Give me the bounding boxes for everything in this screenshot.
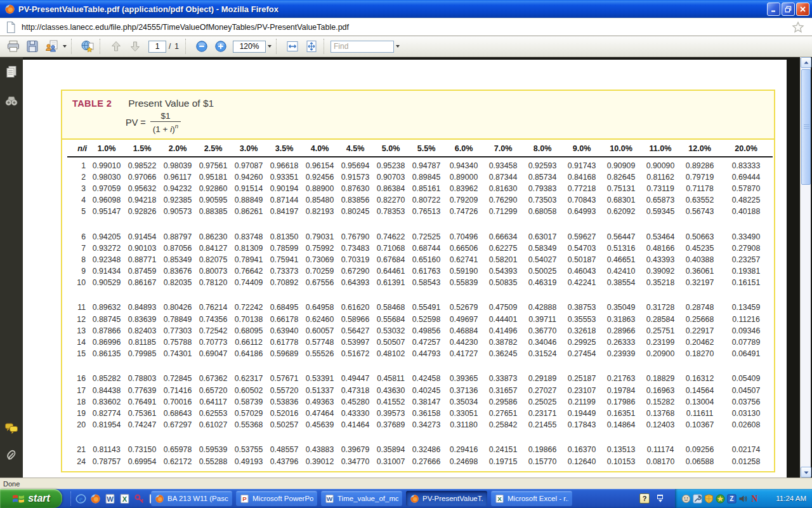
bookmark-star-icon[interactable] [792,21,804,34]
pv-factor-cell: 0.83333 [719,160,773,171]
wrench-tray-icon[interactable] [693,494,702,504]
zoom-level-value[interactable]: 120% [233,41,266,53]
pv-factor-cell: 0.45280 [337,396,373,408]
collaborate-icon [44,39,58,53]
page-number-input[interactable] [148,41,166,53]
period-cell: 3 [67,183,89,194]
location-bar[interactable]: http://classes.lanecc.edu/file.php/24555… [0,18,812,36]
pv-factor-cell: 0.39012 [302,455,337,467]
collaborate-button[interactable] [44,39,59,54]
zoom-out-button[interactable] [194,39,209,54]
pv-factor-cell: 0.41496 [483,325,523,337]
pv-factor-cell: 0.93458 [483,160,523,171]
pv-factor-cell: 0.81162 [641,171,680,183]
pv-factor-cell: 0.23939 [601,348,641,359]
pv-factor-cell: 0.83602 [89,396,124,408]
pv-factor-cell: 0.50835 [483,277,523,288]
taskbar-button[interactable]: PV-PresentValueT... [406,491,487,506]
close-button[interactable] [796,3,809,16]
messenger-tray-icon[interactable] [681,494,691,504]
taskbar-button[interactable]: WTime_value_of_mo... [321,491,402,506]
next-page-button[interactable] [128,39,143,54]
start-button[interactable]: start [0,489,62,508]
url-text[interactable]: http://classes.lanecc.edu/file.php/24555… [22,23,349,32]
web-share-button[interactable] [80,39,95,54]
search-binoculars-icon[interactable] [4,94,18,108]
toolbar-separator [185,39,190,54]
quicklaunch-internet-explorer-icon[interactable]: e [75,493,86,504]
column-header: 9.0% [562,140,601,157]
minimize-button[interactable] [767,3,780,16]
shield-tray-icon[interactable] [704,494,714,504]
scroll-down-arrow-icon [804,472,808,474]
pv-factor-cell: 0.89632 [89,302,124,313]
quicklaunch-word-icon[interactable]: W [105,493,115,504]
pv-factor-cell: 0.87866 [89,325,124,337]
print-button[interactable] [6,39,21,54]
taskbar-button[interactable]: PMicrosoft PowerPo... [236,491,317,506]
printer-icon [6,39,20,53]
period-cell: 5 [67,206,89,217]
period-cell: 24 [67,455,89,467]
formula-denominator: (1 + i)n [150,121,181,134]
scroll-down-button[interactable] [801,467,811,478]
scrollbar-thumb[interactable] [801,69,811,185]
toolbar-separator [276,39,280,54]
pv-factor-cell: 0.95694 [337,160,373,171]
help-icon[interactable]: ? [639,493,650,504]
pages-panel-icon[interactable] [4,65,18,79]
previous-page-button[interactable] [108,39,124,54]
pv-factor-cell: 0.34770 [337,455,373,467]
quicklaunch-access-icon[interactable] [134,493,145,504]
minimize-icon [771,10,775,11]
novell-tray-icon[interactable]: N [750,494,759,504]
find-dropdown-caret[interactable] [396,45,400,48]
pv-factor-cell: 0.40388 [680,254,719,265]
pv-factor-cell: 0.80245 [337,206,373,217]
find-input[interactable] [331,41,394,53]
pv-factor-cell: 0.86230 [195,231,231,242]
taskbar-clock[interactable]: 11:24 AM [776,495,812,502]
comments-panel-icon[interactable] [4,422,18,436]
pv-factor-cell: 0.12640 [562,455,601,467]
pv-factor-cell: 0.53464 [641,231,680,242]
toolbar-chevron-icon[interactable] [657,495,663,502]
present-value-table: n/i1.0%1.5%2.0%2.5%3.0%3.5%4.0%4.5%5.0%5… [67,140,773,467]
zipapp-tray-icon[interactable]: Z [727,494,737,504]
pv-factor-cell: 0.53032 [373,325,409,337]
quicklaunch-excel-icon[interactable]: X [119,493,130,504]
pv-factor-cell: 0.66634 [483,231,523,242]
pv-factor-cell: 0.72525 [409,231,444,242]
pv-factor-cell: 0.31007 [373,455,409,467]
pv-factor-cell: 0.17986 [601,396,641,408]
save-button[interactable] [25,39,40,54]
scroll-up-button[interactable] [801,57,811,68]
pv-factor-cell: 0.50187 [562,254,601,265]
pv-factor-cell: 0.59627 [562,231,601,242]
column-header: 6.0% [444,140,483,157]
pv-factor-cell: 0.83748 [231,231,266,242]
collaborate-dropdown-caret[interactable] [63,45,67,48]
pv-factor-cell: 0.38147 [409,396,444,408]
fit-page-button[interactable] [304,39,319,54]
taskbar-button[interactable]: XMicrosoft Excel - r... [491,491,572,506]
status-text: Done [3,480,20,488]
pv-factor-cell: 0.48102 [373,348,409,359]
vertical-scrollbar[interactable] [800,57,811,478]
taskbar-button[interactable]: BA 213 W11 (Pasc... [151,491,232,506]
formula-lhs: PV = [126,117,146,128]
quicklaunch-firefox-icon[interactable] [90,493,101,504]
pv-table-container: TABLE 2 Present Value of $1 PV = $1 (1 +… [61,90,775,472]
pv-factor-cell: 0.80073 [195,265,231,277]
pv-factor-cell: 0.52598 [409,314,444,325]
volume-tray-icon[interactable] [738,494,748,504]
antivirus-tray-icon[interactable] [716,494,725,504]
fit-width-button[interactable] [285,39,300,54]
restore-button[interactable] [782,3,795,16]
pv-factor-cell: 0.64958 [302,302,337,313]
attachments-paperclip-icon[interactable] [4,447,18,461]
pv-factor-cell: 0.91514 [231,183,266,194]
zoom-dropdown-caret[interactable] [268,45,272,48]
zoom-in-button[interactable] [213,39,228,54]
pv-factor-cell: 0.73483 [337,243,373,254]
